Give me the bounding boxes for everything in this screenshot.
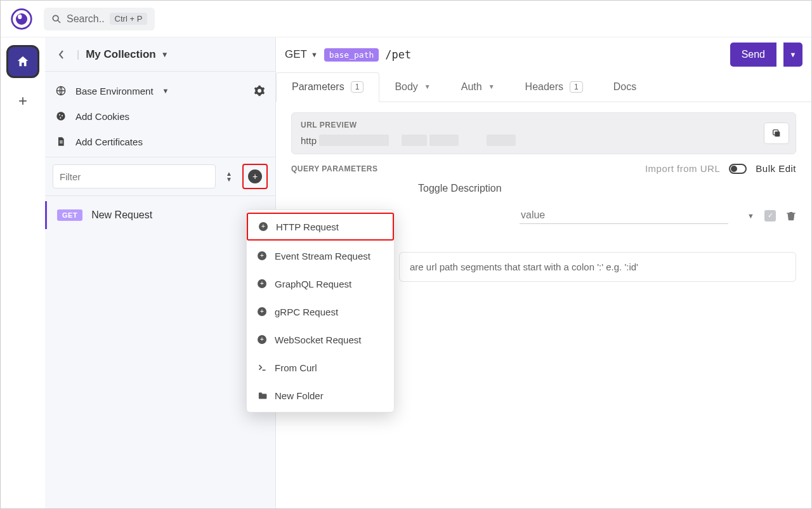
count-badge: 1 bbox=[351, 81, 364, 93]
cookie-icon bbox=[55, 110, 67, 122]
add-workspace-button[interactable]: + bbox=[11, 89, 34, 112]
path-variable-hint: are url path segments that start with a … bbox=[399, 252, 796, 282]
request-item[interactable]: GET New Request bbox=[45, 201, 275, 229]
caret-down-icon[interactable]: ▼ bbox=[747, 212, 754, 220]
bulk-edit-button[interactable]: Bulk Edit bbox=[756, 163, 796, 174]
settings-icon[interactable] bbox=[254, 85, 265, 96]
count-badge: 1 bbox=[570, 81, 583, 93]
toggle-description-button[interactable]: Toggle Description bbox=[418, 183, 796, 194]
send-dropdown[interactable]: ▼ bbox=[783, 43, 802, 67]
param-value-input[interactable] bbox=[520, 207, 728, 224]
copy-url-button[interactable] bbox=[764, 122, 789, 144]
svg-point-2 bbox=[18, 14, 22, 18]
svg-point-7 bbox=[59, 114, 60, 116]
environment-selector[interactable]: Base Environment ▼ bbox=[45, 78, 275, 103]
plus-icon: + bbox=[257, 334, 267, 345]
add-cookies-button[interactable]: Add Cookies bbox=[45, 103, 275, 129]
request-tabs: Parameters 1 Body ▼ Auth ▼ Headers 1 Doc… bbox=[276, 72, 811, 102]
svg-point-6 bbox=[56, 112, 65, 120]
tab-body[interactable]: Body ▼ bbox=[379, 72, 445, 102]
svg-rect-11 bbox=[60, 142, 63, 143]
menu-websocket-request[interactable]: + WebSocket Request bbox=[247, 326, 394, 354]
folder-icon bbox=[257, 390, 267, 400]
plus-icon: + bbox=[257, 279, 267, 289]
import-from-url-button[interactable]: Import from URL bbox=[645, 163, 720, 174]
filter-input[interactable]: Filter bbox=[53, 164, 216, 188]
svg-rect-12 bbox=[775, 131, 780, 136]
url-preview-label: URL PREVIEW bbox=[301, 121, 787, 129]
back-button[interactable] bbox=[53, 50, 70, 60]
menu-grpc-request[interactable]: + gRPC Request bbox=[247, 298, 394, 326]
menu-graphql-request[interactable]: + GraphQL Request bbox=[247, 270, 394, 298]
tab-docs[interactable]: Docs bbox=[598, 72, 652, 102]
tab-parameters[interactable]: Parameters 1 bbox=[276, 72, 379, 102]
certificate-icon bbox=[55, 136, 67, 147]
globe-icon bbox=[55, 85, 67, 96]
request-name: New Request bbox=[91, 209, 152, 221]
home-button[interactable] bbox=[6, 45, 39, 78]
tab-auth[interactable]: Auth ▼ bbox=[446, 72, 510, 102]
add-request-button-highlight: + bbox=[242, 164, 268, 189]
caret-down-icon: ▼ bbox=[161, 50, 169, 59]
new-request-menu: + HTTP Request + Event Stream Request + … bbox=[246, 209, 395, 413]
masked-segment bbox=[487, 135, 516, 146]
svg-rect-10 bbox=[60, 141, 63, 142]
caret-down-icon: ▼ bbox=[162, 87, 169, 95]
collection-title[interactable]: My Collection ▼ bbox=[86, 48, 268, 61]
send-button[interactable]: Send bbox=[730, 43, 776, 67]
menu-event-stream-request[interactable]: + Event Stream Request bbox=[247, 242, 394, 270]
svg-point-8 bbox=[62, 115, 63, 116]
caret-down-icon: ▼ bbox=[424, 83, 431, 90]
param-enabled-checkbox[interactable]: ✓ bbox=[764, 210, 776, 221]
global-search[interactable]: Search.. Ctrl + P bbox=[44, 8, 155, 30]
url-preview-text: http bbox=[301, 135, 317, 146]
plus-icon: + bbox=[257, 307, 267, 317]
sidebar: | My Collection ▼ Base Environment ▼ bbox=[45, 37, 276, 508]
add-certificates-button[interactable]: Add Certificates bbox=[45, 129, 275, 154]
menu-new-folder[interactable]: New Folder bbox=[247, 381, 394, 409]
left-rail: + bbox=[1, 37, 45, 508]
plus-icon: + bbox=[257, 251, 267, 261]
topbar: Search.. Ctrl + P bbox=[1, 1, 811, 37]
masked-segment bbox=[319, 135, 389, 146]
delete-icon[interactable] bbox=[786, 210, 796, 221]
app-logo[interactable] bbox=[10, 7, 34, 31]
svg-line-4 bbox=[58, 20, 60, 23]
add-request-button[interactable]: + bbox=[248, 169, 262, 183]
menu-http-request[interactable]: + HTTP Request bbox=[247, 213, 394, 241]
caret-down-icon: ▼ bbox=[311, 51, 318, 58]
tab-headers[interactable]: Headers 1 bbox=[510, 72, 598, 102]
svg-point-9 bbox=[60, 117, 61, 119]
svg-point-1 bbox=[16, 13, 27, 25]
search-shortcut: Ctrl + P bbox=[110, 13, 148, 25]
masked-segment bbox=[429, 135, 459, 146]
search-placeholder: Search.. bbox=[67, 13, 105, 25]
caret-down-icon: ▼ bbox=[488, 83, 495, 90]
menu-from-curl[interactable]: From Curl bbox=[247, 354, 394, 381]
toggle-switch[interactable] bbox=[729, 164, 747, 174]
masked-segment bbox=[402, 135, 427, 146]
terminal-icon bbox=[257, 362, 267, 373]
query-params-label: QUERY PARAMETERS bbox=[291, 164, 377, 173]
method-badge: GET bbox=[57, 209, 82, 221]
url-path[interactable]: /pet bbox=[385, 48, 411, 61]
base-path-chip[interactable]: base_path bbox=[324, 48, 379, 62]
sort-button[interactable]: ▲▼ bbox=[222, 171, 236, 182]
url-preview: URL PREVIEW http bbox=[291, 112, 796, 154]
svg-point-3 bbox=[53, 15, 58, 21]
request-list: GET New Request bbox=[45, 196, 275, 234]
method-selector[interactable]: GET ▼ bbox=[285, 48, 318, 61]
search-icon bbox=[51, 14, 62, 24]
plus-icon: + bbox=[258, 221, 268, 232]
